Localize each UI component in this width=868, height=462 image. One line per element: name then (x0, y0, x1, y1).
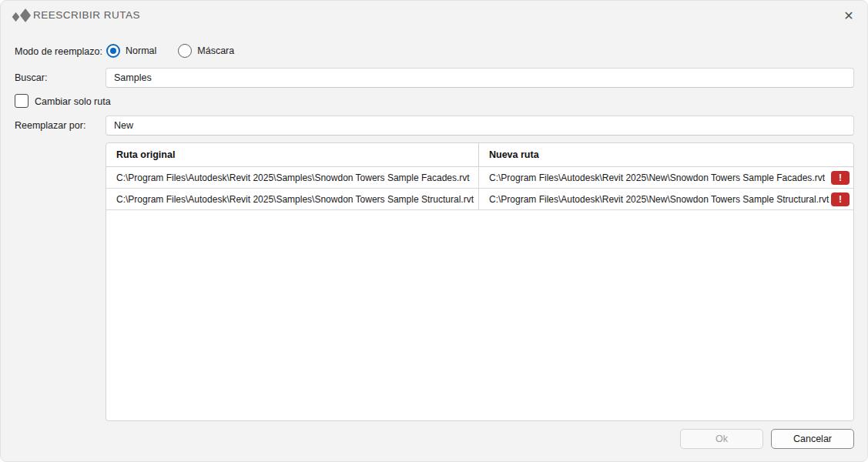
mode-radio-group: Normal Máscara (106, 44, 234, 58)
radio-option-normal[interactable]: Normal (106, 44, 156, 58)
mode-label: Modo de reemplazo: (15, 46, 102, 57)
titlebar: REESCRIBIR RUTAS ✕ (1, 1, 867, 30)
cancel-button[interactable]: Cancelar (771, 429, 854, 449)
cell-new-path: C:\Program Files\Autodesk\Revit 2025\New… (479, 167, 853, 188)
change-only-path-label: Cambiar solo ruta (35, 96, 111, 107)
cell-new-path: C:\Program Files\Autodesk\Revit 2025\New… (479, 189, 853, 209)
column-header-original[interactable]: Ruta original (106, 143, 479, 166)
replace-label: Reemplazar por: (15, 120, 85, 131)
close-icon[interactable]: ✕ (840, 6, 858, 25)
ok-button[interactable]: Ok (680, 429, 763, 449)
change-only-path-checkbox[interactable] (15, 94, 28, 108)
table-header-row: Ruta original Nueva ruta (106, 143, 853, 167)
error-badge: ! (831, 171, 850, 185)
table-row[interactable]: C:\Program Files\Autodesk\Revit 2025\Sam… (106, 167, 853, 189)
modplus-logo-icon (11, 8, 31, 23)
cell-original-path: C:\Program Files\Autodesk\Revit 2025\Sam… (106, 167, 479, 188)
radio-mascara-label: Máscara (197, 45, 234, 56)
error-badge: ! (831, 192, 850, 206)
replace-input[interactable] (106, 116, 854, 136)
paths-table: Ruta original Nueva ruta C:\Program File… (106, 142, 854, 421)
radio-normal-icon[interactable] (106, 44, 120, 58)
table-row[interactable]: C:\Program Files\Autodesk\Revit 2025\Sam… (106, 189, 853, 210)
radio-mascara-icon[interactable] (178, 44, 192, 58)
cell-original-path: C:\Program Files\Autodesk\Revit 2025\Sam… (106, 189, 479, 209)
radio-normal-label: Normal (126, 45, 156, 56)
search-label: Buscar: (15, 72, 47, 83)
rewrite-paths-dialog: REESCRIBIR RUTAS ✕ Modo de reemplazo: No… (0, 0, 868, 462)
column-header-nueva[interactable]: Nueva ruta (479, 143, 853, 166)
new-path-text: C:\Program Files\Autodesk\Revit 2025\New… (489, 194, 829, 205)
radio-option-mascara[interactable]: Máscara (178, 44, 234, 58)
new-path-text: C:\Program Files\Autodesk\Revit 2025\New… (489, 172, 825, 183)
dialog-title: REESCRIBIR RUTAS (33, 9, 140, 21)
search-input[interactable] (106, 68, 854, 88)
